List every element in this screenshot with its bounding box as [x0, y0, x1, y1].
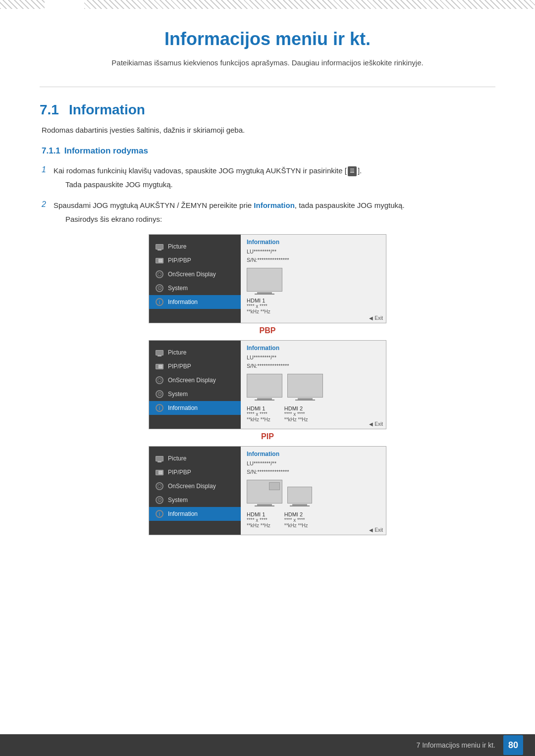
footer-page-number: 80	[503, 735, 523, 755]
system-icon-3	[155, 497, 164, 504]
screen-base-3	[255, 505, 274, 506]
menu-label-information-3: Information	[168, 510, 198, 517]
info-source-col2-2: HDMI 2 **** x **** **kHz **Hz	[284, 403, 308, 422]
system-img-icon-2	[156, 390, 163, 398]
picture-icon-3	[155, 455, 164, 462]
picture-img-icon-2	[156, 350, 163, 355]
exit-label-2: Exit	[374, 421, 383, 427]
screen-base-1	[255, 294, 274, 295]
section-heading: 7.1Information	[40, 102, 495, 118]
menu-item-information-3: i Information	[149, 507, 241, 521]
step-1-text: Kai rodomas funkcinių klavišų vadovas, s…	[54, 165, 495, 191]
info-source-sub2-1: **kHz **Hz	[247, 309, 380, 314]
section-number: 7.1	[40, 102, 59, 117]
info-icon-2: i	[155, 404, 164, 411]
picture-img-icon-3	[156, 456, 163, 461]
pipbp-img-icon-1	[156, 258, 163, 263]
info-source-col1-2: HDMI 1 **** x **** **kHz **Hz	[247, 403, 270, 422]
footer-text: 7 Informacijos meniu ir kt.	[417, 741, 496, 749]
info-source1-3: HDMI 1	[247, 511, 270, 517]
info-source-1: HDMI 1	[247, 298, 380, 303]
step-1-number: 1	[42, 165, 54, 174]
menu-item-onscreen-1: OnScreen Display	[149, 267, 241, 281]
top-bar-white-box	[45, 0, 84, 9]
menu-item-system-3: System	[149, 493, 241, 507]
step-1-subtext: Tada paspauskite JOG mygtuką.	[65, 179, 495, 191]
menu-item-pipbp-1: PIP/PBP	[149, 253, 241, 267]
exit-area-1: ◀ Exit	[369, 315, 383, 321]
info-panel-title-2: Information	[247, 345, 380, 352]
info-source2-sub1-3: **** x ****	[284, 517, 308, 523]
step-2-bold: Information	[254, 201, 295, 209]
info-source1-sub2-2: **kHz **Hz	[247, 417, 270, 422]
sub-section-title: Information rodymas	[64, 146, 148, 155]
info-panel-2: Information LU********/** S/N:**********…	[241, 341, 386, 429]
menu-label-pipbp-1: PIP/PBP	[168, 257, 191, 264]
section-description: Rodomas dabartinis įvesties šaltinis, da…	[42, 126, 495, 134]
info-sources-row-3: HDMI 1 **** x **** **kHz **Hz HDMI 2 ***…	[247, 509, 380, 528]
info-panel-sn-1: S/N:***************	[247, 256, 380, 264]
step-2: 2 Spausdami JOG mygtuką AUKŠTYN / ŽEMYN …	[42, 200, 495, 225]
menu-item-system-2: System	[149, 387, 241, 401]
screen-previews-1	[247, 268, 380, 295]
info-source-col2-3: HDMI 2 **** x **** **kHz **Hz	[284, 509, 308, 528]
info-img-icon-1: i	[156, 298, 163, 306]
onscreen-icon-3	[155, 483, 164, 490]
menu-item-system-1: System	[149, 281, 241, 295]
exit-area-3: ◀ Exit	[369, 527, 383, 533]
exit-label-1: Exit	[374, 315, 383, 321]
screen-mockup-2-wrap: Picture PIP/PBP OnScreen Display	[40, 340, 495, 429]
screen-previews-2	[247, 374, 380, 401]
info-source2-sub1-2: **** x ****	[284, 411, 308, 417]
top-decorative-bar	[0, 0, 535, 9]
onscreen-img-icon-1	[156, 270, 163, 278]
divider	[40, 87, 495, 87]
exit-arrow-3: ◀	[369, 527, 373, 533]
info-source2-sub2-2: **kHz **Hz	[284, 417, 308, 422]
screen-preview-main-1	[247, 268, 282, 295]
info-panel-title-3: Information	[247, 451, 380, 457]
main-content: Informacijos meniu ir kt. Pateikiamas iš…	[0, 9, 535, 578]
menu-item-picture-2: Picture	[149, 346, 241, 359]
screen-mockup-3-wrap: Picture PIP/PBP OnScreen Display	[40, 446, 495, 535]
menu-label-information-1: Information	[168, 299, 198, 305]
info-panel-1: Information LU********/** S/N:**********…	[241, 235, 386, 323]
menu-label-onscreen-3: OnScreen Display	[168, 483, 216, 490]
menu-label-pipbp-3: PIP/PBP	[168, 469, 191, 476]
screen-previews-3	[247, 480, 380, 506]
screen-label-pbp: PBP	[40, 326, 495, 335]
onscreen-img-icon-3	[156, 482, 163, 490]
screen-box-main-1	[247, 268, 282, 292]
info-source1-2: HDMI 1	[247, 405, 270, 411]
menu-label-pipbp-2: PIP/PBP	[168, 363, 191, 370]
onscreen-img-icon-2	[156, 376, 163, 384]
menu-item-pipbp-3: PIP/PBP	[149, 465, 241, 479]
info-source2-2: HDMI 2	[284, 405, 308, 411]
menu-label-system-1: System	[168, 285, 188, 292]
jog-icon: ☰	[348, 166, 357, 176]
pipbp-img-icon-2	[156, 364, 163, 369]
screen-base-3b	[290, 505, 310, 506]
pipbp-icon-3	[155, 469, 164, 476]
system-icon-2	[155, 391, 164, 398]
picture-icon-2	[155, 349, 164, 356]
step-2-text: Spausdami JOG mygtuką AUKŠTYN / ŽEMYN pe…	[54, 200, 495, 225]
info-source-col1-3: HDMI 1 **** x **** **kHz **Hz	[247, 509, 270, 528]
screen-box-pip-3	[247, 480, 282, 504]
page-title: Informacijos meniu ir kt.	[40, 29, 495, 50]
system-icon-1	[155, 285, 164, 292]
step-2-text-after: , tada paspauskite JOG mygtuką.	[295, 201, 405, 209]
sub-section-number: 7.1.1	[42, 146, 60, 155]
exit-arrow-2: ◀	[369, 421, 373, 427]
sub-section-heading: 7.1.1Information rodymas	[42, 146, 495, 156]
info-panel-lu-1: LU********/**	[247, 248, 380, 256]
screen-box-pip-secondary-3	[287, 487, 312, 504]
menu-item-picture-3: Picture	[149, 452, 241, 465]
info-source2-3: HDMI 2	[284, 511, 308, 517]
system-img-icon-3	[156, 496, 163, 504]
info-sources-row-2: HDMI 1 **** x **** **kHz **Hz HDMI 2 ***…	[247, 403, 380, 422]
menu-label-picture-1: Picture	[168, 243, 186, 250]
screen-preview-pip-secondary-3	[287, 487, 312, 506]
step-1: 1 Kai rodomas funkcinių klavišų vadovas,…	[42, 165, 495, 191]
system-img-icon-1	[156, 284, 163, 292]
